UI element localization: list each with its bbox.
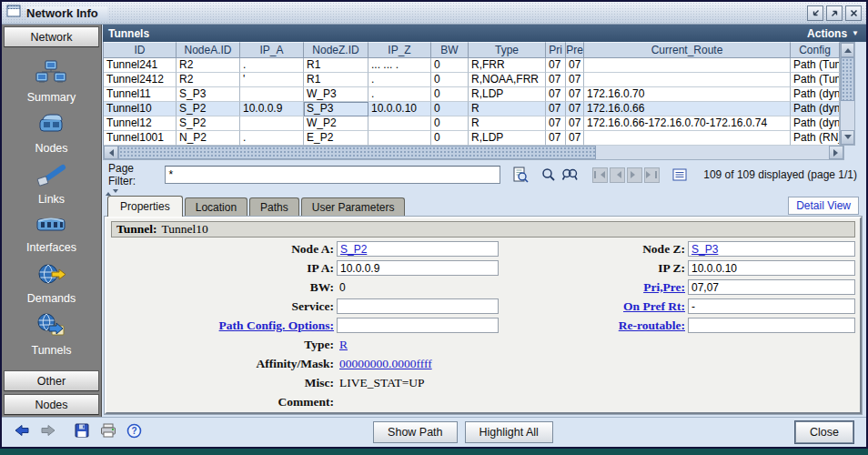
scroll-right-button[interactable]: [829, 146, 843, 159]
field-label-link[interactable]: Re-routable:: [499, 318, 688, 333]
table-cell[interactable]: Path (Tunne: [791, 73, 840, 87]
table-cell[interactable]: .: [368, 73, 431, 87]
field-label-link[interactable]: Path Config. Options:: [111, 318, 337, 333]
table-cell[interactable]: 0: [431, 87, 469, 102]
next-page-button[interactable]: [627, 167, 642, 183]
table-cell[interactable]: [584, 131, 791, 146]
table-cell[interactable]: 07: [566, 73, 584, 87]
network-section-button[interactable]: Network: [4, 26, 99, 47]
table-cell[interactable]: E_P2: [304, 131, 368, 146]
collapse-up-icon[interactable]: [106, 189, 111, 196]
sidebar-item-interfaces[interactable]: Interfaces: [26, 213, 76, 254]
field-value[interactable]: [688, 318, 855, 333]
table-cell[interactable]: S_P3: [177, 87, 240, 102]
table-cell[interactable]: 07: [546, 87, 566, 102]
column-header[interactable]: ID: [104, 42, 177, 58]
table-cell[interactable]: Tunnel12: [104, 116, 177, 131]
zoom-all-button[interactable]: [561, 166, 580, 184]
table-cell[interactable]: 0: [431, 73, 469, 87]
table-cell[interactable]: Tunnel2412: [104, 73, 177, 87]
column-header[interactable]: NodeA.ID: [177, 42, 240, 58]
table-cell[interactable]: R: [469, 116, 546, 131]
scroll-down-button[interactable]: [841, 130, 854, 145]
table-cell[interactable]: 172.16.0.66: [584, 102, 791, 116]
sidebar-item-nodes[interactable]: Nodes: [35, 112, 67, 155]
nodes-section-button[interactable]: Nodes: [4, 394, 99, 415]
field-value[interactable]: -: [688, 298, 855, 314]
field-value-link[interactable]: S_P3: [691, 243, 718, 256]
table-cell[interactable]: ': [240, 73, 304, 87]
table-cell[interactable]: R,FRR: [469, 58, 546, 73]
sidebar-item-demands[interactable]: Demands: [27, 262, 76, 305]
field-value[interactable]: S_P2: [337, 241, 499, 257]
table-row[interactable]: Tunnel241R2.R1... ... .0R,FRR0707Path (T…: [104, 58, 840, 73]
tab-properties[interactable]: Properties: [107, 196, 183, 217]
detail-view-button[interactable]: Detail View: [788, 197, 859, 215]
table-cell[interactable]: R1: [304, 58, 368, 73]
table-cell[interactable]: R,LDP: [469, 131, 546, 146]
column-header[interactable]: Pri: [546, 42, 566, 58]
table-cell[interactable]: .: [368, 87, 431, 102]
split-pane-divider[interactable]: [103, 189, 866, 196]
field-label-link[interactable]: On Pref Rt:: [499, 299, 688, 314]
table-cell[interactable]: Path (dynam: [791, 87, 840, 102]
field-label-link[interactable]: Pri,Pre:: [499, 280, 688, 295]
table-cell[interactable]: 10.0.0.10: [368, 102, 431, 116]
table-cell[interactable]: Path (RN_P: [791, 131, 840, 146]
table-row[interactable]: Tunnel12S_P2W_P20R0707172.16.0.66-172.16…: [104, 116, 840, 131]
table-cell[interactable]: R,NOAA,FRR: [469, 73, 546, 87]
last-page-button[interactable]: [644, 167, 660, 183]
table-cell[interactable]: ... ... .: [368, 58, 431, 73]
table-cell[interactable]: 07: [546, 73, 566, 87]
column-header[interactable]: Current_Route: [584, 42, 791, 58]
table-cell[interactable]: 172.16.0.70: [584, 87, 791, 102]
tab-paths[interactable]: Paths: [249, 197, 299, 217]
vertical-scroll-thumb[interactable]: [841, 57, 854, 101]
table-cell[interactable]: [584, 58, 791, 73]
other-section-button[interactable]: Other: [4, 370, 99, 391]
table-cell[interactable]: S_P2: [177, 116, 240, 131]
column-header[interactable]: BW: [431, 42, 469, 58]
tab-location[interactable]: Location: [185, 197, 247, 217]
zoom-search-button[interactable]: [539, 166, 557, 184]
horizontal-scroll-thumb[interactable]: [118, 146, 596, 159]
table-cell[interactable]: [584, 73, 791, 87]
table-cell[interactable]: N_P2: [177, 131, 240, 146]
titlebar[interactable]: Network Info: [2, 2, 866, 25]
table-cell[interactable]: Tunnel10: [104, 102, 177, 116]
table-cell[interactable]: 07: [566, 131, 584, 146]
field-value[interactable]: [337, 318, 499, 333]
sidebar-item-tunnels[interactable]: Tunnels: [31, 313, 71, 357]
column-header[interactable]: NodeZ.ID: [304, 42, 368, 58]
column-header[interactable]: Pre: [566, 42, 584, 58]
field-value[interactable]: S_P3: [688, 241, 855, 257]
table-cell[interactable]: 0: [431, 102, 469, 116]
field-value[interactable]: 07,07: [688, 279, 855, 295]
sidebar-item-summary[interactable]: Summary: [27, 60, 76, 104]
vertical-scroll-track[interactable]: [841, 101, 854, 130]
table-row[interactable]: Tunnel11S_P3W_P3.0R,LDP0707172.16.0.70Pa…: [104, 87, 840, 102]
table-cell[interactable]: 07: [566, 58, 584, 73]
table-cell[interactable]: Path (Tunne: [791, 58, 840, 73]
field-value-link[interactable]: R: [339, 338, 348, 352]
table-cell[interactable]: R2: [177, 58, 240, 73]
column-header[interactable]: Type: [469, 42, 546, 58]
table-cell[interactable]: S_P3: [304, 102, 368, 116]
collapse-down-icon[interactable]: [113, 189, 118, 196]
table-cell[interactable]: R: [469, 102, 546, 116]
vertical-scrollbar[interactable]: [840, 42, 855, 146]
table-cell[interactable]: 07: [546, 131, 566, 146]
table-cell[interactable]: Path (dynam: [791, 102, 840, 116]
table-cell[interactable]: 172.16.0.66-172.16.0.70-172.16.0.74: [584, 116, 791, 131]
horizontal-scroll-track[interactable]: [596, 146, 829, 159]
table-cell[interactable]: .: [240, 131, 304, 146]
page-filter-input[interactable]: [165, 166, 500, 184]
back-button[interactable]: [15, 423, 30, 441]
field-value-link[interactable]: 00000000.0000ffff: [339, 357, 432, 371]
table-cell[interactable]: 07: [566, 116, 584, 131]
table-cell[interactable]: W_P2: [304, 116, 368, 131]
table-row[interactable]: Tunnel10S_P210.0.0.9S_P310.0.0.100R07071…: [104, 102, 840, 116]
filter-preview-button[interactable]: [511, 166, 530, 184]
table-cell[interactable]: R,LDP: [469, 87, 546, 102]
horizontal-scrollbar[interactable]: [103, 146, 844, 160]
